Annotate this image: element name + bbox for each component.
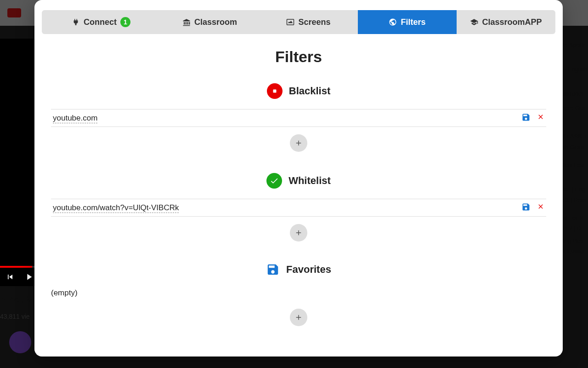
section-title: Favorites: [286, 264, 331, 276]
whitelist-url[interactable]: youtube.com/watch?v=UlQt-VIBCRk: [53, 203, 179, 213]
svg-rect-0: [273, 90, 276, 93]
play-icon: [24, 272, 34, 282]
delete-button[interactable]: [537, 203, 544, 213]
tab-filters[interactable]: Filters: [358, 10, 457, 34]
tab-screens[interactable]: Screens: [259, 10, 358, 34]
check-circle-icon: [266, 173, 282, 189]
globe-icon: [389, 18, 397, 26]
list-row: youtube.com/watch?v=UlQt-VIBCRk: [51, 199, 546, 217]
section-title: Blacklist: [289, 85, 331, 97]
tab-classroomapp[interactable]: ClassroomAPP: [457, 10, 555, 34]
section-title: Whitelist: [288, 175, 331, 187]
save-icon: [521, 202, 531, 212]
save-button[interactable]: [521, 202, 531, 213]
close-icon: [537, 203, 544, 210]
plus-icon: [294, 313, 303, 322]
tab-bar: Connect 1 Classroom Screens Filters Clas…: [42, 10, 555, 34]
close-icon: [537, 113, 544, 121]
list-row: youtube.com: [51, 109, 546, 127]
plus-icon: [294, 229, 303, 237]
save-icon: [521, 113, 531, 122]
tab-label: Classroom: [194, 17, 237, 27]
plug-icon: [72, 18, 80, 26]
tab-connect[interactable]: Connect 1: [42, 10, 160, 34]
page-title: Filters: [51, 48, 546, 66]
blacklist-header: Blacklist: [51, 83, 546, 99]
save-square-icon: [266, 263, 280, 276]
tab-label: Screens: [298, 17, 330, 27]
channel-avatar: [9, 331, 31, 353]
youtube-logo: [7, 8, 21, 17]
plus-icon: [294, 139, 303, 147]
tab-label: ClassroomAPP: [482, 17, 542, 27]
favorites-header: Favorites: [51, 263, 546, 276]
stop-icon: [267, 83, 283, 99]
video-title: n You Wi: [0, 294, 39, 305]
grad-cap-icon: [470, 18, 478, 26]
whitelist-list: youtube.com/watch?v=UlQt-VIBCRk: [51, 199, 546, 217]
video-views: 43,811 vie: [0, 313, 30, 320]
blacklist-list: youtube.com: [51, 109, 546, 127]
connect-badge: 1: [120, 17, 130, 27]
whitelist-header: Whitelist: [51, 173, 546, 189]
previous-icon: [6, 272, 15, 282]
save-button[interactable]: [521, 113, 531, 124]
blacklist-url[interactable]: youtube.com: [53, 114, 97, 123]
favorites-empty: (empty): [51, 287, 546, 301]
image-icon: [286, 18, 294, 26]
add-blacklist-button[interactable]: [290, 134, 307, 152]
building-icon: [182, 18, 191, 26]
add-favorite-button[interactable]: [290, 309, 307, 326]
tab-label: Connect: [84, 17, 117, 27]
delete-button[interactable]: [537, 113, 544, 123]
filters-modal: Connect 1 Classroom Screens Filters Clas…: [34, 0, 563, 356]
tab-label: Filters: [401, 17, 425, 27]
filters-content: Filters Blacklist youtube.com: [34, 34, 563, 356]
add-whitelist-button[interactable]: [290, 224, 307, 242]
tab-classroom[interactable]: Classroom: [160, 10, 259, 34]
